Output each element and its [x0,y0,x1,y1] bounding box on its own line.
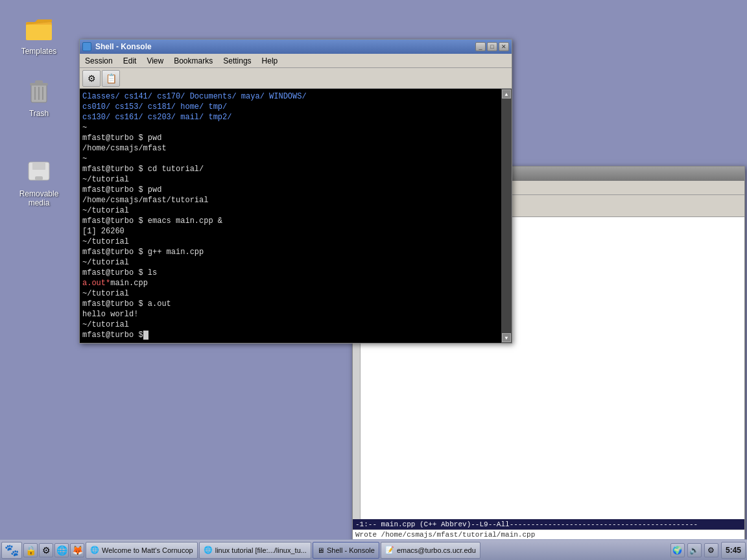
templates-label: Templates [21,47,57,56]
svg-rect-10 [32,162,45,170]
taskbar: 🐾 🔒 ⚙ 🌐 🦊 🌐 Welcome to Matt's Cornucop 🌐… [0,539,747,560]
konsole-title: Shell - Konsole [95,42,475,51]
konsole-menu-edit[interactable]: Edit [118,55,142,67]
taskbar-tutorial-icon: 🌐 [204,546,213,554]
term-prompt-line[interactable]: mfast@turbo $ [82,330,499,340]
scroll-down-btn[interactable]: ▼ [502,333,511,342]
term-line-highlight: a.out* main.cpp [82,278,499,288]
taskbar-shell-konsole-btn[interactable]: 🖥 Shell - Konsole [313,542,379,559]
konsole-minimize-btn[interactable]: _ [475,42,486,51]
term-line: cs130/ cs161/ cs203/ mail/ tmp2/ [82,112,499,122]
start-icon: 🐾 [5,543,19,557]
taskbar-welcome-btn[interactable]: 🌐 Welcome to Matt's Cornucop [86,542,198,559]
konsole-toolbar-btn-1[interactable]: ⚙ [82,70,101,87]
term-line: ~ [82,154,499,164]
taskbar-welcome-label: Welcome to Matt's Cornucop [102,546,193,554]
taskbar-sound-icon[interactable]: 🔊 [687,543,702,557]
emacs-modeline-text: -1:-- main.cpp (C++ Abbrev)--L9--All----… [355,520,698,528]
taskbar-clock: 5:45 [721,542,746,559]
svg-rect-11 [35,176,43,180]
desktop-icon-templates[interactable]: Templates [13,13,65,56]
folder-icon [23,13,54,44]
term-line: hello world! [82,309,499,320]
svg-rect-5 [35,80,43,84]
taskbar-gear-icon[interactable]: ⚙ [39,543,53,557]
term-line: cs010/ cs153/ cs181/ home/ tmp/ [82,102,499,112]
desktop-icon-removable[interactable]: Removable media [13,156,65,207]
taskbar-start-btn[interactable]: 🐾 [1,542,22,559]
konsole-close-btn[interactable]: ✕ [499,42,509,51]
trash-label: Trash [29,109,49,118]
term-line: [1] 26260 [82,226,499,237]
konsole-menubar: Session Edit View Bookmarks Settings Hel… [80,54,512,68]
konsole-menu-view[interactable]: View [141,55,169,67]
konsole-menu-help[interactable]: Help [257,55,283,67]
taskbar-welcome-icon: 🌐 [90,546,99,554]
svg-rect-2 [26,25,52,40]
konsole-window-controls[interactable]: _ □ ✕ [475,42,509,51]
taskbar-konsole-label: Shell - Konsole [327,546,375,554]
term-line: mfast@turbo $ g++ main.cpp [82,247,499,257]
konsole-menu-settings[interactable]: Settings [218,55,256,67]
konsole-menu-bookmarks[interactable]: Bookmarks [169,55,218,67]
taskbar-tutorial-label: linux tutorial [file:.../linux_tu... [215,546,307,554]
desktop-icon-trash[interactable]: Trash [13,75,65,118]
emacs-modeline: -1:-- main.cpp (C++ Abbrev)--L9--All----… [353,519,744,530]
taskbar-network-icon[interactable]: 🌍 [670,543,685,557]
term-line: ~ [82,122,499,133]
konsole-title-icon [82,42,91,51]
term-line: mfast@turbo $ cd tutorial/ [82,164,499,174]
removable-media-icon [23,156,54,187]
trash-icon [23,75,54,106]
taskbar-browser-icon[interactable]: 🦊 [70,543,84,557]
taskbar-lock-icon[interactable]: 🔒 [23,543,38,557]
konsole-toolbar-btn-2[interactable]: 📋 [102,70,120,87]
term-line: ~/tutorial [82,257,499,268]
term-line: Classes/ cs141/ cs170/ Documents/ maya/ … [82,91,499,102]
term-line: mfast@turbo $ pwd [82,133,499,143]
scroll-up-btn[interactable]: ▲ [502,89,511,99]
term-line: ~/tutorial [82,237,499,247]
term-line: mfast@turbo $ emacs main.cpp & [82,216,499,226]
konsole-scrollbar[interactable]: ▲ ▼ [501,89,512,343]
konsole-toolbar: ⚙ 📋 [80,68,512,89]
konsole-window: Shell - Konsole _ □ ✕ Session Edit View … [79,39,512,344]
removable-label: Removable media [13,189,65,207]
taskbar-emacs-btn[interactable]: 📝 emacs@turbo.cs.ucr.edu [381,542,480,559]
term-line: ~/tutorial [82,205,499,216]
taskbar-konsole-icon: 🖥 [317,546,324,554]
terminal-cursor [143,331,148,340]
taskbar-emacs-icon: 📝 [385,546,394,554]
term-line: mfast@turbo $ ls [82,268,499,278]
konsole-terminal[interactable]: Classes/ cs141/ cs170/ Documents/ maya/ … [80,89,512,343]
term-line: mfast@turbo $ pwd [82,185,499,195]
term-line: mfast@turbo $ a.out [82,299,499,309]
term-line: /home/csmajs/mfast [82,143,499,154]
term-line: ~/tutorial [82,174,499,185]
konsole-maximize-btn[interactable]: □ [487,42,497,51]
taskbar-system-tray: 🌍 🔊 ⚙ 5:45 [670,542,746,559]
term-line: /home/csmajs/mfast/tutorial [82,195,499,205]
term-line: ~/tutorial [82,288,499,299]
taskbar-globe-icon[interactable]: 🌐 [54,543,69,557]
taskbar-emacs-label: emacs@turbo.cs.ucr.edu [397,546,476,554]
konsole-titlebar[interactable]: Shell - Konsole _ □ ✕ [80,40,512,54]
konsole-menu-session[interactable]: Session [80,55,118,67]
emacs-minibuffer-text: Wrote /home/csmajs/mfast/tutorial/main.c… [355,531,535,539]
taskbar-extra-icon[interactable]: ⚙ [704,543,718,557]
taskbar-linux-tutorial-btn[interactable]: 🌐 linux tutorial [file:.../linux_tu... [199,542,311,559]
term-line: ~/tutorial [82,320,499,330]
